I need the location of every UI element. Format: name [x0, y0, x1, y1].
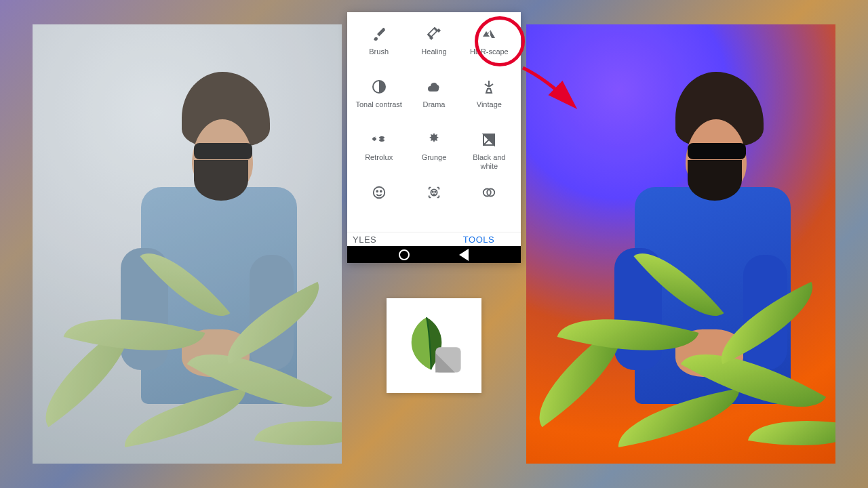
tool-label: Retrolux — [365, 153, 393, 162]
tab-tools[interactable]: TOOLS — [437, 232, 521, 246]
double-exposure-icon — [479, 183, 498, 202]
tools-panel: Brush Healing HDR-scape Tonal contrast D… — [347, 12, 521, 263]
tool-vintage[interactable]: Vintage — [462, 73, 517, 126]
before-image — [33, 24, 342, 464]
nav-home[interactable] — [398, 249, 410, 261]
svg-point-5 — [380, 190, 381, 192]
tabs: YLES TOOLS — [347, 232, 521, 246]
tool-label: Brush — [369, 47, 389, 56]
face-pose-icon — [425, 183, 443, 202]
tool-black-and-white[interactable]: Black and white — [462, 126, 517, 179]
tool-tonal-contrast[interactable]: Tonal contrast — [351, 73, 406, 126]
brush-icon — [370, 24, 389, 43]
tool-healing[interactable]: Healing — [406, 20, 461, 73]
black-white-icon — [479, 130, 498, 149]
grunge-icon — [425, 130, 443, 149]
svg-point-1 — [433, 136, 435, 139]
tool-drama[interactable]: Drama — [406, 73, 461, 126]
snapseed-logo — [387, 298, 481, 393]
tool-face-pose[interactable] — [406, 179, 461, 232]
vintage-icon — [479, 77, 498, 96]
tool-label: Drama — [422, 100, 445, 109]
tool-label: Black and white — [465, 153, 513, 171]
android-nav-bar — [347, 246, 521, 263]
tab-styles[interactable]: YLES — [347, 232, 437, 246]
tool-label: HDR-scape — [470, 47, 509, 56]
tool-label: Healing — [421, 47, 446, 56]
healing-icon — [425, 24, 443, 43]
tool-label: Grunge — [422, 153, 447, 162]
tool-hdr-scape[interactable]: HDR-scape — [462, 20, 517, 73]
tool-brush[interactable]: Brush — [351, 20, 406, 73]
drama-icon — [425, 77, 443, 96]
tonal-contrast-icon — [370, 77, 389, 96]
svg-point-7 — [432, 191, 433, 192]
tool-double-exposure[interactable] — [462, 179, 517, 232]
tool-label: Tonal contrast — [355, 100, 401, 109]
svg-point-4 — [376, 190, 378, 192]
tools-grid: Brush Healing HDR-scape Tonal contrast D… — [347, 12, 521, 232]
tool-grunge[interactable]: Grunge — [406, 126, 461, 179]
retrolux-icon — [370, 130, 389, 149]
nav-back[interactable] — [458, 249, 470, 261]
hdr-scape-icon — [479, 24, 498, 43]
svg-point-3 — [373, 187, 384, 199]
after-image — [526, 24, 835, 464]
tool-label: Vintage — [477, 100, 502, 109]
face-icon — [370, 183, 389, 202]
tool-face-enhance[interactable] — [351, 179, 406, 232]
svg-point-8 — [435, 191, 435, 192]
tool-retrolux[interactable]: Retrolux — [351, 126, 406, 179]
